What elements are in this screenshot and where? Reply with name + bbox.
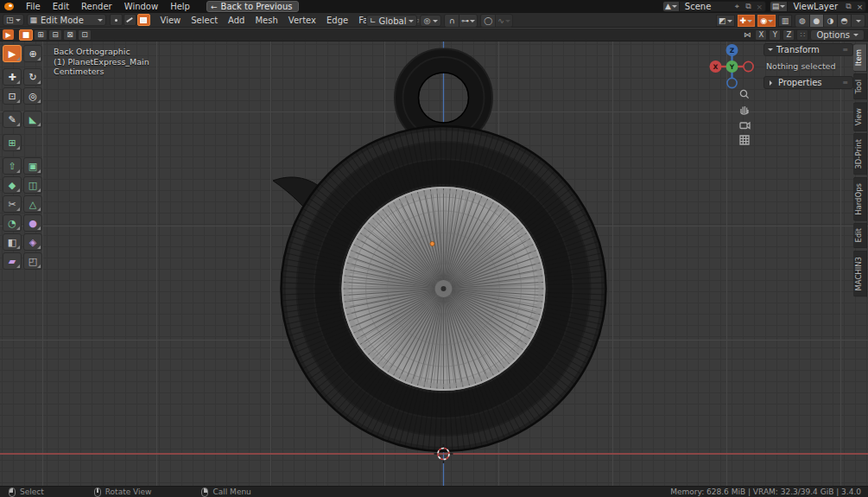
sidebar-tab-hardops[interactable]: HardOps: [853, 177, 867, 221]
perspective-grid-icon[interactable]: [740, 136, 749, 144]
tool-annotate[interactable]: ✎: [3, 111, 22, 128]
snap-toggle[interactable]: ∩: [445, 15, 459, 27]
navigation-gizmo[interactable]: Z X Y: [710, 44, 754, 88]
mirror-y-toggle[interactable]: Y: [769, 29, 781, 41]
sidebar-tab-machin3[interactable]: MACHIN3: [853, 251, 867, 297]
3d-viewport[interactable]: Z X Y: [0, 41, 868, 486]
mirror-z-toggle[interactable]: Z: [782, 29, 795, 41]
mode-dropdown[interactable]: ▦ Edit Mode: [27, 14, 106, 26]
menu-help[interactable]: Help: [164, 0, 196, 13]
sidebar-tab-edit[interactable]: Edit: [853, 222, 867, 248]
tool-bevel[interactable]: ◆: [3, 176, 22, 194]
shading-material-button[interactable]: ◑: [823, 15, 837, 27]
viewport-menu-select[interactable]: Select: [186, 14, 223, 27]
snap-symmetry-icon[interactable]: ∷: [796, 29, 808, 41]
tool-transform[interactable]: ◎: [23, 87, 42, 105]
orientation-dropdown[interactable]: ∟ Global: [366, 15, 417, 27]
sidebar-tab-item[interactable]: Item: [853, 43, 867, 72]
edge-select-mode-button[interactable]: [124, 14, 136, 26]
tool-edge-slide[interactable]: ◧: [3, 233, 22, 251]
editor-type-dropdown[interactable]: ◳: [3, 14, 24, 26]
tool-poly-build[interactable]: △: [23, 195, 42, 213]
active-tool-icon[interactable]: ▶: [3, 29, 14, 40]
selection-mode-set-button[interactable]: ■: [19, 29, 33, 41]
menu-render[interactable]: Render: [75, 0, 118, 13]
properties-panel-header[interactable]: Properties ≡: [763, 76, 853, 89]
viewport-menu-vertex[interactable]: Vertex: [283, 14, 321, 27]
options-dropdown[interactable]: Options: [810, 29, 865, 41]
vertex-select-mode-button[interactable]: [110, 14, 123, 26]
menu-edit[interactable]: Edit: [47, 0, 75, 13]
gizmo-z-neg-axis[interactable]: [727, 78, 737, 87]
tool-add-cube[interactable]: ⊞: [3, 134, 22, 151]
sidebar-tab-view[interactable]: View: [853, 102, 867, 131]
pivot-point-dropdown[interactable]: ◎: [420, 15, 441, 27]
snap-settings-dropdown[interactable]: ⊶: [459, 15, 477, 27]
sidebar-tab-tool[interactable]: Tool: [853, 73, 867, 100]
tool-measure[interactable]: ◣: [23, 111, 42, 128]
selection-mode-subtract-button[interactable]: ⊟: [48, 29, 62, 41]
falloff-dropdown[interactable]: ∿: [495, 15, 512, 27]
tool-rotate[interactable]: ↻: [23, 68, 42, 86]
pin-icon[interactable]: ⌖: [732, 2, 743, 11]
shading-solid-button[interactable]: ●: [809, 15, 823, 27]
selection-mode-extend-button[interactable]: ⊞: [34, 29, 48, 41]
hint-call-menu: Call Menu: [201, 487, 250, 497]
viewport-menu-mesh[interactable]: Mesh: [250, 14, 282, 27]
tool-shear[interactable]: ▰: [3, 252, 22, 270]
tool-rip-region[interactable]: ◰: [23, 252, 42, 270]
menu-file[interactable]: File: [20, 0, 47, 13]
close-icon[interactable]: ×: [854, 2, 865, 11]
close-icon[interactable]: ×: [754, 2, 765, 11]
shading-rendered-button[interactable]: ◓: [837, 15, 851, 27]
gizmo-x-neg-axis[interactable]: [744, 61, 753, 71]
selection-mode-intersect-button[interactable]: ⊡: [78, 29, 92, 41]
viewport-menu-view[interactable]: View: [155, 14, 187, 27]
back-to-previous-button[interactable]: ← Back to Previous: [206, 1, 299, 12]
xray-toggle-button[interactable]: ▥: [778, 15, 792, 27]
transform-panel-header[interactable]: Transform ≡: [763, 43, 853, 56]
viewport-canvas[interactable]: Z X Y: [0, 41, 868, 486]
viewlayer-browse-button[interactable]: ▤: [770, 2, 789, 11]
viewport-menu-add[interactable]: Add: [223, 14, 250, 27]
proportional-editing-toggle[interactable]: ◯: [481, 15, 495, 27]
teapot-lid[interactable]: [342, 187, 546, 391]
mouse-left-button-icon: [9, 487, 16, 497]
viewlayer-name[interactable]: ViewLayer: [788, 2, 843, 11]
panel-grip-icon[interactable]: ≡: [842, 79, 849, 86]
new-copy-icon[interactable]: ⧉: [743, 2, 754, 11]
tool-loop-cut[interactable]: ◫: [23, 176, 42, 194]
teapot-mesh[interactable]: [273, 49, 606, 451]
sidebar-tab-3d-print[interactable]: 3D-Print: [853, 133, 867, 175]
menu-window[interactable]: Window: [118, 0, 164, 13]
scene-name[interactable]: Scene: [680, 2, 732, 11]
orientation-icon: ∟: [370, 17, 377, 25]
zoom-icon[interactable]: [740, 90, 748, 98]
tool-inset-faces[interactable]: ▣: [23, 157, 42, 175]
face-select-mode-button[interactable]: [137, 14, 150, 26]
tool-smooth[interactable]: ●: [23, 214, 42, 232]
pan-hand-icon[interactable]: [741, 106, 748, 114]
shading-options-dropdown[interactable]: [851, 15, 865, 27]
tool-spin[interactable]: ◔: [3, 214, 22, 232]
blender-logo-icon[interactable]: [3, 2, 15, 11]
view-object-types-button[interactable]: ◩: [716, 15, 735, 27]
new-copy-icon[interactable]: ⧉: [843, 2, 854, 11]
camera-view-icon[interactable]: [740, 123, 750, 129]
show-overlays-button[interactable]: ◉: [757, 15, 776, 27]
panel-grip-icon[interactable]: ≡: [842, 46, 849, 54]
tool-cursor[interactable]: ⊕: [23, 45, 42, 62]
tool-knife[interactable]: ✂: [3, 195, 22, 213]
tool-scale[interactable]: ⊡: [3, 87, 22, 105]
tool-move[interactable]: ✚: [3, 68, 22, 86]
shading-wireframe-button[interactable]: ◍: [795, 15, 809, 27]
selection-mode-invert-button[interactable]: ⊠: [63, 29, 77, 41]
scene-icon: ▲: [665, 3, 671, 10]
viewport-menu-edge[interactable]: Edge: [321, 14, 353, 27]
scene-browse-button[interactable]: ▲: [663, 2, 680, 11]
mirror-x-toggle[interactable]: X: [755, 29, 767, 41]
tool-select-box[interactable]: ▶: [3, 45, 22, 62]
show-gizmos-button[interactable]: ✚: [738, 15, 756, 27]
tool-extrude-region[interactable]: ⇧: [3, 157, 22, 175]
tool-shrink-fatten[interactable]: ◈: [23, 233, 42, 251]
